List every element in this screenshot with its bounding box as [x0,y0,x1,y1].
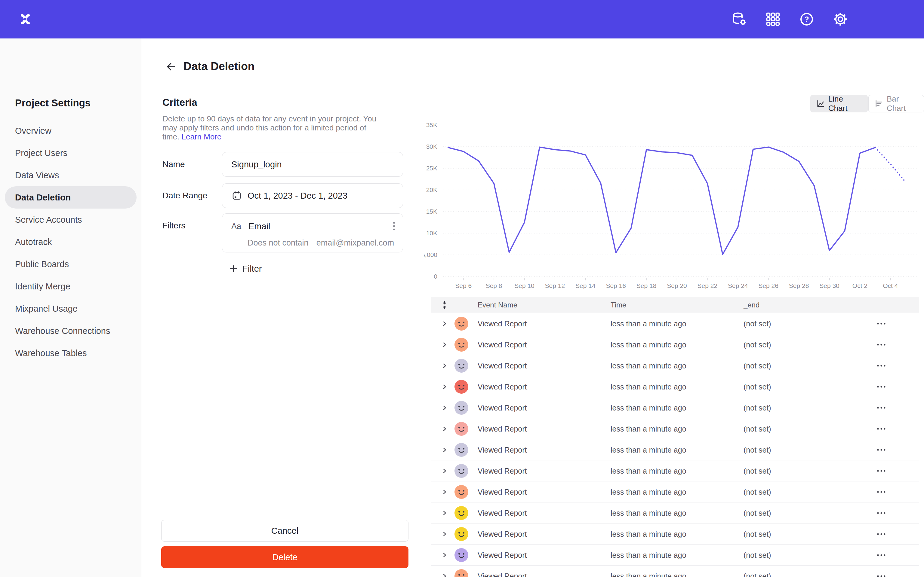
avatar-face-icon [454,317,468,330]
sidebar-item-public-boards[interactable]: Public Boards [5,253,137,275]
row-menu-ellipsis-icon[interactable] [876,427,887,430]
time-cell: less than a minute ago [611,334,687,355]
sidebar-item-project-users[interactable]: Project Users [5,142,137,164]
string-type-icon: Aa [231,222,241,231]
avatar-face-icon [454,401,468,415]
row-menu-ellipsis-icon[interactable] [876,532,887,536]
row-expand-chevron-icon[interactable] [441,384,447,390]
avatar-face-icon [454,464,468,478]
sidebar-item-data-deletion[interactable]: Data Deletion [5,186,137,209]
row-menu-ellipsis-icon[interactable] [876,574,887,577]
avatar-face-icon [454,506,468,520]
row-menu-ellipsis-icon[interactable] [876,364,887,367]
event-name-cell: Viewed Report [478,460,527,482]
time-cell: less than a minute ago [611,418,687,439]
row-expand-chevron-icon[interactable] [441,321,447,327]
filter-menu-icon[interactable] [392,220,396,232]
add-filter-button[interactable]: Filter [229,260,262,277]
y-axis-tick-label: 10K [426,230,437,237]
row-expand-chevron-icon[interactable] [441,468,447,474]
sidebar-item-warehouse-connections[interactable]: Warehouse Connections [5,320,137,342]
avatar-face-icon [454,443,468,457]
avatar-face-icon [454,527,468,541]
time-cell: less than a minute ago [611,376,687,397]
row-expand-chevron-icon[interactable] [441,510,447,516]
time-cell: less than a minute ago [611,397,687,418]
row-menu-ellipsis-icon[interactable] [876,448,887,452]
sidebar-item-overview[interactable]: Overview [5,119,137,142]
row-menu-ellipsis-icon[interactable] [876,469,887,473]
x-axis-tick-label: Sep 22 [698,282,718,289]
event-name-cell: Viewed Report [478,482,527,503]
column-header-event-name[interactable]: Event Name [478,297,517,313]
sidebar-item-service-accounts[interactable]: Service Accounts [5,209,137,231]
row-menu-ellipsis-icon[interactable] [876,343,887,347]
row-expand-chevron-icon[interactable] [441,489,447,495]
name-label: Name [162,160,185,169]
sidebar-item-warehouse-tables[interactable]: Warehouse Tables [5,342,137,364]
column-header-end[interactable]: _end [743,297,759,313]
user-avatar [454,422,468,436]
settings-icon[interactable] [832,11,849,27]
x-axis-tick-label: Sep 12 [545,282,565,289]
x-axis-tick-label: Sep 10 [514,282,535,289]
name-input[interactable]: Signup_login [222,152,403,177]
row-expand-chevron-icon[interactable] [441,531,447,537]
filter-card[interactable]: Aa Email Does not containemail@mixpanel.… [222,213,403,253]
row-expand-chevron-icon[interactable] [441,447,447,453]
y-axis-tick-label: 15K [426,208,437,215]
y-axis-tick-label: 35K [426,121,437,128]
back-arrow-button[interactable] [164,61,176,73]
sidebar-item-mixpanel-usage[interactable]: Mixpanel Usage [5,298,137,320]
table-body: Viewed Report less than a minute ago (no… [431,313,919,577]
end-cell: (not set) [743,524,771,545]
end-cell: (not set) [743,482,771,503]
apps-grid-icon[interactable] [764,11,782,27]
event-name-cell: Viewed Report [478,418,527,439]
events-table: Event Name Time _end Viewed Report less … [431,297,919,577]
filter-condition-row[interactable]: Does not containemail@mixpanel.com [247,238,394,248]
x-axis-tick-label: Sep 30 [819,282,840,289]
description-line: may apply filters and undo this action f… [162,123,400,132]
learn-more-link[interactable]: Learn More [182,132,222,141]
row-menu-ellipsis-icon[interactable] [876,490,887,494]
row-expand-chevron-icon[interactable] [441,426,447,432]
sidebar-nav: OverviewProject UsersData ViewsData Dele… [5,119,137,364]
row-expand-chevron-icon[interactable] [441,342,447,348]
data-pipeline-icon[interactable] [731,11,748,27]
row-menu-ellipsis-icon[interactable] [876,511,887,515]
row-menu-ellipsis-icon[interactable] [876,406,887,409]
row-expand-chevron-icon[interactable] [441,573,447,577]
sidebar-item-data-views[interactable]: Data Views [5,164,137,186]
sidebar-item-identity-merge[interactable]: Identity Merge [5,275,137,298]
bar-chart-toggle-button[interactable]: Bar Chart [868,95,924,113]
sidebar-item-autotrack[interactable]: Autotrack [5,231,137,253]
end-cell: (not set) [743,397,771,418]
column-header-time[interactable]: Time [611,297,626,313]
row-menu-ellipsis-icon[interactable] [876,553,887,557]
filters-label: Filters [162,221,185,230]
row-expand-chevron-icon[interactable] [441,405,447,411]
cancel-button[interactable]: Cancel [161,520,409,542]
delete-button[interactable]: Delete [161,546,409,568]
row-expand-chevron-icon[interactable] [441,552,447,558]
date-range-input[interactable]: Oct 1, 2023 - Dec 1, 2023 [222,183,403,208]
sort-rows-icon[interactable] [441,300,448,310]
line-chart-label: Line Chart [828,94,862,113]
avatar-face-icon [454,569,468,577]
line-chart-toggle-button[interactable]: Line Chart [810,95,868,113]
row-expand-chevron-icon[interactable] [441,363,447,369]
table-row: Viewed Report less than a minute ago (no… [431,503,919,524]
line-chart-icon [816,99,825,108]
user-avatar [454,359,468,372]
row-menu-ellipsis-icon[interactable] [876,322,887,326]
criteria-heading: Criteria [162,97,197,108]
avatar-face-icon [454,485,468,499]
mixpanel-logo[interactable] [19,13,32,26]
table-row: Viewed Report less than a minute ago (no… [431,418,919,439]
row-menu-ellipsis-icon[interactable] [876,385,887,388]
avatar-face-icon [454,338,468,351]
end-cell: (not set) [743,503,771,524]
avatar-face-icon [454,380,468,394]
help-icon[interactable]: ? [798,11,815,27]
